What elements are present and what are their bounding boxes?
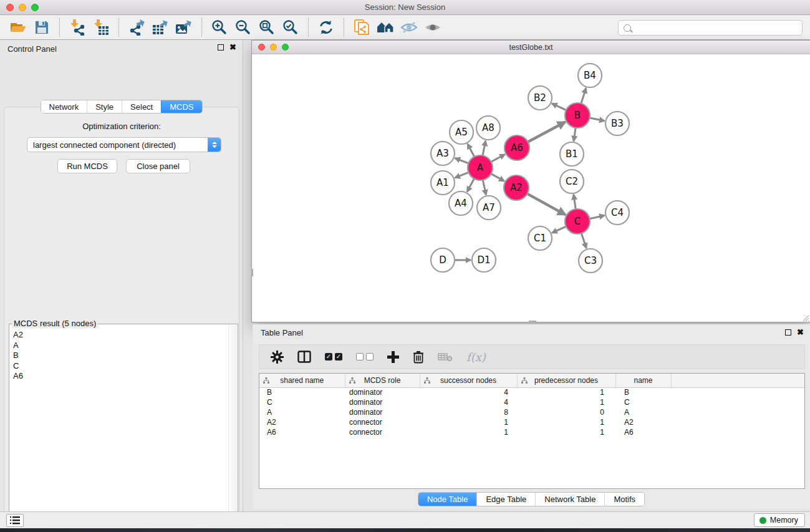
edge-B-B2[interactable] bbox=[552, 104, 566, 110]
open-file-icon[interactable] bbox=[6, 17, 30, 38]
tab-select[interactable]: Select bbox=[122, 100, 161, 113]
network-window-titlebar[interactable]: testGlobe.txt bbox=[252, 41, 810, 54]
add-column-icon[interactable] bbox=[387, 351, 399, 363]
window-resize-grip[interactable] bbox=[801, 313, 809, 321]
node-A1[interactable]: A1 bbox=[431, 171, 455, 195]
import-network-icon[interactable] bbox=[65, 17, 89, 38]
node-A5[interactable]: A5 bbox=[450, 120, 473, 144]
table-cell[interactable]: connector bbox=[345, 427, 420, 437]
task-history-button[interactable] bbox=[6, 514, 24, 527]
table-row[interactable]: Bdominator41B bbox=[259, 387, 805, 397]
close-panel-button[interactable]: Close panel bbox=[126, 159, 190, 173]
table-cell[interactable]: A2 bbox=[615, 417, 671, 427]
edge-A-A6[interactable] bbox=[491, 154, 505, 162]
table-row[interactable]: A6connector11A6 bbox=[259, 427, 805, 437]
node-C4[interactable]: C4 bbox=[605, 201, 629, 225]
float-table-panel-icon[interactable] bbox=[785, 329, 791, 336]
table-row[interactable]: A2connector11A2 bbox=[259, 417, 805, 427]
node-A4[interactable]: A4 bbox=[449, 191, 473, 215]
zoom-selected-icon[interactable] bbox=[279, 17, 302, 38]
import-table-icon[interactable] bbox=[89, 17, 113, 38]
search-input[interactable] bbox=[634, 21, 802, 35]
node-B3[interactable]: B3 bbox=[605, 112, 629, 135]
close-table-panel-icon[interactable]: ✖ bbox=[797, 329, 804, 336]
node-B2[interactable]: B2 bbox=[528, 86, 552, 110]
memory-button[interactable]: Memory bbox=[754, 513, 805, 527]
table-cell[interactable]: 1 bbox=[420, 417, 517, 427]
result-list-item[interactable]: A2 bbox=[13, 330, 228, 341]
edge-A-A4[interactable] bbox=[467, 179, 474, 192]
tab-node-table[interactable]: Node Table bbox=[418, 493, 477, 506]
tab-network-table[interactable]: Network Table bbox=[535, 493, 604, 506]
delete-column-trash-icon[interactable] bbox=[413, 351, 424, 364]
zoom-out-icon[interactable] bbox=[231, 17, 255, 38]
table-cell[interactable]: B bbox=[615, 387, 671, 397]
window-resize-tick[interactable] bbox=[251, 269, 253, 276]
edge-A-A5[interactable] bbox=[468, 144, 475, 157]
export-network-icon[interactable] bbox=[125, 17, 148, 38]
table-cell[interactable]: A6 bbox=[259, 427, 345, 437]
table-cell[interactable]: B bbox=[259, 387, 345, 397]
result-list-item[interactable]: A6 bbox=[13, 371, 228, 382]
table-cell[interactable]: dominator bbox=[345, 397, 420, 407]
edge-A2-C[interactable] bbox=[528, 194, 566, 215]
table-cell[interactable]: A6 bbox=[615, 427, 671, 437]
table-cell[interactable]: 1 bbox=[517, 387, 615, 397]
tab-style[interactable]: Style bbox=[87, 100, 122, 113]
node-D1[interactable]: D1 bbox=[472, 248, 496, 272]
node-C2[interactable]: C2 bbox=[560, 170, 584, 193]
edge-B-B4[interactable] bbox=[581, 88, 586, 104]
zoom-in-icon[interactable] bbox=[208, 17, 231, 38]
result-list-item[interactable]: B bbox=[13, 351, 228, 361]
edge-C-C3[interactable] bbox=[581, 233, 586, 248]
tab-network[interactable]: Network bbox=[41, 100, 87, 113]
node-C3[interactable]: C3 bbox=[579, 249, 602, 273]
edge-A-A3[interactable] bbox=[455, 158, 469, 163]
edge-B-B1[interactable] bbox=[574, 128, 576, 141]
mcds-result-list[interactable]: A2ABCA6 bbox=[13, 330, 228, 532]
table-cell[interactable]: 0 bbox=[517, 407, 615, 417]
table-row[interactable]: Cdominator41C bbox=[259, 397, 805, 407]
node-B4[interactable]: B4 bbox=[578, 64, 602, 87]
zoom-fit-icon[interactable] bbox=[255, 17, 279, 38]
save-session-icon[interactable] bbox=[30, 17, 54, 38]
column-header-successor-nodes[interactable]: successor nodes bbox=[420, 374, 517, 387]
edge-C-C1[interactable] bbox=[552, 226, 566, 233]
column-header-predecessor-nodes[interactable]: predecessor nodes bbox=[517, 374, 615, 387]
column-header-shared-name[interactable]: shared name bbox=[259, 374, 345, 387]
node-C1[interactable]: C1 bbox=[528, 226, 552, 250]
edge-C-C2[interactable] bbox=[574, 195, 576, 209]
node-A[interactable]: A bbox=[468, 155, 493, 180]
float-panel-icon[interactable] bbox=[218, 44, 224, 51]
table-cell[interactable]: 8 bbox=[420, 407, 517, 417]
column-header-MCDS-role[interactable]: MCDS role bbox=[345, 374, 420, 387]
edge-A-A1[interactable] bbox=[455, 172, 468, 178]
table-cell[interactable]: C bbox=[259, 397, 345, 407]
node-table-body[interactable]: Bdominator41BCdominator41CAdominator80AA… bbox=[259, 387, 805, 437]
close-panel-icon[interactable]: ✖ bbox=[229, 44, 236, 51]
edge-B-B3[interactable] bbox=[590, 118, 605, 121]
table-cell[interactable]: A bbox=[259, 407, 345, 417]
show-all-networks-icon[interactable] bbox=[374, 17, 397, 38]
export-table-icon[interactable] bbox=[148, 17, 172, 38]
column-header-name[interactable]: name bbox=[615, 374, 671, 387]
result-list-item[interactable]: A bbox=[13, 341, 228, 351]
node-B1[interactable]: B1 bbox=[560, 142, 584, 166]
edge-A-A2[interactable] bbox=[491, 174, 504, 181]
table-cell[interactable]: 4 bbox=[420, 397, 517, 407]
tab-edge-table[interactable]: Edge Table bbox=[476, 493, 535, 506]
table-cell[interactable]: C bbox=[615, 397, 671, 407]
table-cell[interactable]: dominator bbox=[345, 387, 420, 397]
refresh-icon[interactable] bbox=[314, 17, 338, 38]
hide-selected-eye-slash-icon[interactable] bbox=[397, 17, 421, 38]
table-cell[interactable]: A2 bbox=[259, 417, 345, 427]
node-D[interactable]: D bbox=[431, 248, 455, 272]
node-A6[interactable]: A6 bbox=[504, 135, 529, 160]
node-table-header[interactable]: shared nameMCDS rolesuccessor nodesprede… bbox=[259, 374, 805, 387]
table-cell[interactable]: dominator bbox=[345, 407, 420, 417]
network-canvas[interactable]: AA1A2A3A4A5A6A7A8BB1B2B3B4CC1C2C3C4DD1 bbox=[252, 55, 810, 322]
table-row[interactable]: Adominator80A bbox=[259, 407, 805, 417]
deselect-all-checkboxes-icon[interactable] bbox=[356, 353, 374, 360]
criterion-dropdown[interactable]: largest connected component (directed) bbox=[27, 137, 221, 152]
edge-A-A8[interactable] bbox=[483, 141, 486, 156]
